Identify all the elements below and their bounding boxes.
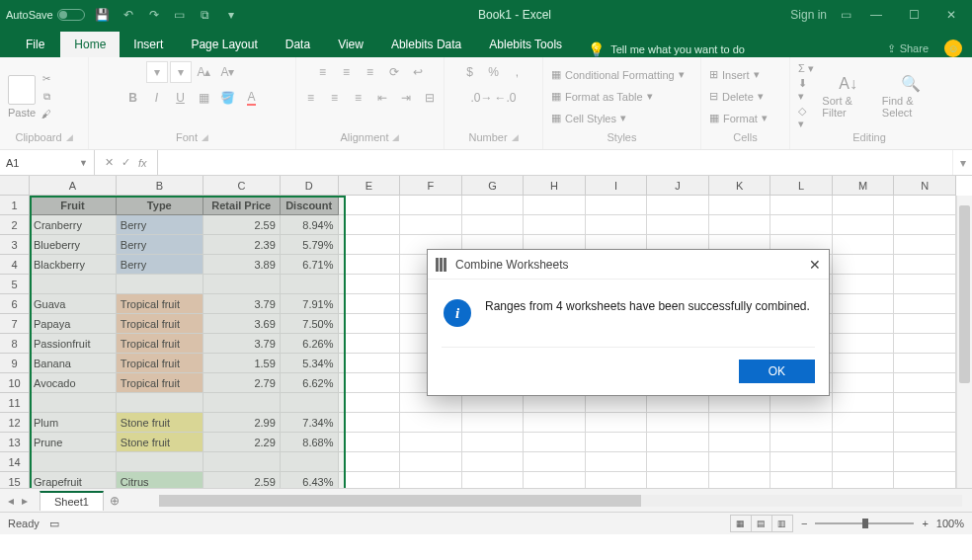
cell[interactable] <box>462 215 525 235</box>
launcher-icon[interactable]: ◢ <box>202 132 208 142</box>
cell[interactable]: 3.79 <box>203 294 281 314</box>
tab-data[interactable]: Data <box>272 32 324 57</box>
cell[interactable] <box>709 215 771 235</box>
tab-ablebits-tools[interactable]: Ablebits Tools <box>475 32 576 57</box>
cell[interactable] <box>833 294 895 314</box>
tab-ablebits-data[interactable]: Ablebits Data <box>377 32 475 57</box>
increase-indent-icon[interactable]: ⇥ <box>395 87 417 109</box>
wrap-text-icon[interactable]: ↩ <box>407 61 429 83</box>
cell[interactable] <box>524 433 586 452</box>
expand-formula-bar-icon[interactable]: ▾ <box>952 150 972 175</box>
align-top-icon[interactable]: ≡ <box>312 61 334 83</box>
format-cells-button[interactable]: ▦Format▾ <box>709 109 768 128</box>
cell[interactable] <box>462 393 525 413</box>
font-color-icon[interactable]: A <box>241 87 263 109</box>
cell[interactable] <box>462 413 525 433</box>
cell[interactable]: 2.39 <box>203 235 281 255</box>
undo-icon[interactable]: ↶ <box>121 7 136 23</box>
cell[interactable]: Berry <box>117 255 203 275</box>
cell[interactable] <box>524 196 586 215</box>
row-header[interactable]: 9 <box>0 354 29 373</box>
cell[interactable] <box>339 433 401 452</box>
cell[interactable]: Passionfruit <box>30 334 117 354</box>
tab-home[interactable]: Home <box>60 32 120 57</box>
cell[interactable]: Tropical fruit <box>117 294 203 314</box>
close-button[interactable]: ✕ <box>936 5 966 25</box>
cell[interactable] <box>833 373 895 393</box>
cell[interactable] <box>462 433 525 452</box>
cell[interactable] <box>894 235 956 255</box>
autosave-toggle[interactable]: AutoSave <box>6 9 85 21</box>
cell[interactable] <box>894 275 956 294</box>
sheet-nav-next-icon[interactable]: ▸ <box>20 494 30 508</box>
page-break-view-icon[interactable]: ▥ <box>771 515 793 532</box>
cell[interactable]: 6.26% <box>281 334 339 354</box>
dialog-ok-button[interactable]: OK <box>739 360 815 383</box>
cell[interactable]: Avocado <box>30 373 117 393</box>
cell[interactable] <box>647 215 709 235</box>
font-name-dropdown[interactable]: ▾ <box>146 61 168 83</box>
cell[interactable] <box>203 452 281 472</box>
tell-me-search[interactable]: 💡 Tell me what you want to do <box>576 41 757 57</box>
cell[interactable] <box>586 393 648 413</box>
cell[interactable] <box>833 255 895 275</box>
cell-styles-button[interactable]: ▦Cell Styles▾ <box>551 109 685 128</box>
cell[interactable] <box>30 393 117 413</box>
cell[interactable] <box>833 354 895 373</box>
increase-decimal-icon[interactable]: .0→ <box>471 87 493 109</box>
conditional-formatting-button[interactable]: ▦Conditional Formatting▾ <box>551 65 685 85</box>
cell[interactable] <box>339 413 401 433</box>
cell[interactable] <box>524 452 586 472</box>
orientation-icon[interactable]: ⟳ <box>383 61 405 83</box>
cell[interactable]: 6.43% <box>281 472 339 488</box>
cell[interactable]: Blueberry <box>30 235 117 255</box>
new-file-icon[interactable]: ▭ <box>172 7 188 23</box>
cell[interactable] <box>894 294 956 314</box>
cell[interactable] <box>770 452 833 472</box>
decrease-decimal-icon[interactable]: ←.0 <box>495 87 517 109</box>
cell[interactable] <box>833 196 895 215</box>
cell[interactable]: 3.79 <box>203 334 281 354</box>
cell[interactable] <box>339 196 401 215</box>
maximize-button[interactable]: ☐ <box>899 5 929 25</box>
border-icon[interactable]: ▦ <box>194 87 215 109</box>
add-sheet-button[interactable]: ⊕ <box>110 494 120 508</box>
cell[interactable] <box>281 452 339 472</box>
column-header[interactable]: F <box>400 176 462 195</box>
cell[interactable]: Papaya <box>30 314 117 334</box>
merge-center-icon[interactable]: ⊟ <box>419 87 441 109</box>
find-select-button[interactable]: 🔍 Find & Select <box>882 74 940 119</box>
cell[interactable] <box>586 452 648 472</box>
cell[interactable]: Banana <box>30 354 117 373</box>
cell[interactable] <box>833 314 895 334</box>
cell[interactable] <box>339 235 401 255</box>
enter-formula-icon[interactable]: ✓ <box>122 156 130 169</box>
cell[interactable] <box>770 393 833 413</box>
decrease-font-icon[interactable]: A▾ <box>217 61 239 83</box>
cell[interactable] <box>647 413 709 433</box>
cell[interactable] <box>770 413 833 433</box>
cell[interactable] <box>770 433 833 452</box>
scrollbar-thumb[interactable] <box>159 495 641 507</box>
cell[interactable] <box>894 413 956 433</box>
cell[interactable]: 7.34% <box>281 413 339 433</box>
sheet-nav-prev-icon[interactable]: ◂ <box>6 494 16 508</box>
cell[interactable]: Citrus <box>117 472 203 488</box>
cell[interactable] <box>770 196 833 215</box>
cell[interactable] <box>709 393 771 413</box>
fill-color-icon[interactable]: 🪣 <box>217 87 239 109</box>
cell[interactable]: Tropical fruit <box>117 354 203 373</box>
cell[interactable]: Type <box>117 196 203 215</box>
cell[interactable] <box>586 413 648 433</box>
cell[interactable]: 5.79% <box>281 235 339 255</box>
cell[interactable] <box>833 334 895 354</box>
cell[interactable]: 6.62% <box>281 373 339 393</box>
copy-icon[interactable]: ⧉ <box>198 7 213 23</box>
qat-dropdown-icon[interactable]: ▾ <box>223 7 239 23</box>
cell[interactable] <box>833 215 895 235</box>
cell[interactable] <box>400 472 462 488</box>
cell[interactable]: Cranberry <box>30 215 117 235</box>
cell[interactable]: Stone fruit <box>117 433 203 452</box>
cell[interactable] <box>117 275 203 294</box>
cell[interactable] <box>339 334 401 354</box>
